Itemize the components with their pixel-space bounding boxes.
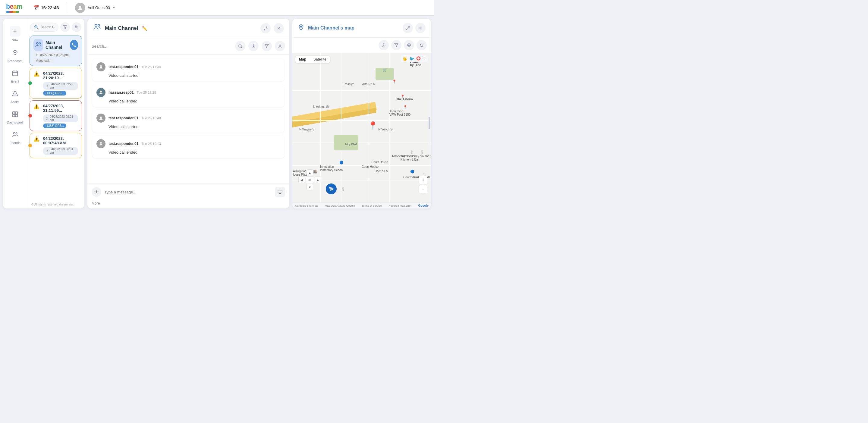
- clock-display: 16:22:46: [41, 5, 59, 10]
- map-satellite-switcher[interactable]: Map Satellite: [296, 56, 330, 63]
- chat-search-input[interactable]: [92, 44, 232, 48]
- sidebar-item-assist[interactable]: Assist: [4, 87, 26, 107]
- edit-icon[interactable]: ✏️: [142, 26, 147, 31]
- add-attachment-button[interactable]: +: [92, 187, 101, 197]
- friends-icon: [12, 131, 19, 140]
- chevron-down-icon: ▼: [113, 6, 116, 9]
- send-button[interactable]: [275, 187, 285, 197]
- sidebar-item-dashboard[interactable]: Dashboard: [4, 108, 26, 127]
- chat-user-button[interactable]: [275, 41, 285, 51]
- svg-point-4: [15, 95, 15, 95]
- terms-of-service: Terms of Service: [362, 204, 382, 207]
- sidebar-label-event: Event: [10, 79, 19, 83]
- map-nav-down[interactable]: ▼: [307, 184, 313, 190]
- channel-date-1: 04/27/2023, 21:20:19...: [43, 71, 78, 80]
- svg-point-26: [100, 117, 101, 118]
- keyboard-shortcuts: Keyboard shortcuts: [295, 204, 318, 207]
- message-1: test.responder.01 Tue 25 17:34 Video cal…: [92, 59, 284, 82]
- map-nav-3d[interactable]: 3D: [306, 176, 314, 183]
- chat-search-button[interactable]: [235, 41, 245, 51]
- svg-point-16: [95, 24, 97, 27]
- avatar-4: [96, 139, 105, 148]
- channel-date-3: 04/22/2023, 00:07:48 AM: [43, 136, 78, 145]
- status-dot-red: [28, 114, 32, 118]
- search-icon: 🔍: [34, 25, 39, 30]
- map-nav-right[interactable]: ▶: [315, 176, 321, 183]
- svg-point-15: [39, 43, 41, 44]
- map-title: Main Channel's map: [308, 25, 354, 31]
- map-view-button[interactable]: Map: [296, 56, 310, 63]
- sidebar-item-friends[interactable]: Friends: [4, 128, 26, 148]
- map-nav-left[interactable]: ◀: [299, 176, 305, 183]
- avatar-2: [96, 88, 105, 97]
- svg-point-24: [100, 65, 101, 67]
- map-location-pin[interactable]: 📍: [368, 121, 378, 130]
- manage-users-button[interactable]: [72, 22, 82, 32]
- report-error: Report a map error: [389, 204, 411, 207]
- sidebar-label-dashboard: Dashboard: [7, 121, 23, 124]
- fullscreen-icon[interactable]: ⛶: [423, 56, 426, 61]
- channel-card-3[interactable]: ⚠️ 04/22/2023, 00:07:48 AM ⏱ 04/25/2023 …: [30, 133, 82, 158]
- search-pages-users[interactable]: 🔍: [30, 23, 59, 32]
- msg-time-4: Tue 25 19:13: [141, 142, 161, 145]
- gps-badge-1: (1388) GPS...: [43, 91, 66, 96]
- map-area[interactable]: 📍 🛒 📍 N Adams St N Wayne St 20th Rd N Th…: [292, 53, 431, 202]
- channel-items: Main Channel ⏱ 04/27/2023 09:23 pm: [27, 34, 84, 200]
- channel-meta-2: ⏱ 04/27/2023 09:21 pm: [43, 115, 78, 122]
- scrollbar-thumb[interactable]: [429, 117, 430, 129]
- sidebar-label-assist: Assist: [10, 100, 19, 104]
- sidebar-item-broadcast[interactable]: Broadcast: [4, 46, 26, 66]
- more-label: More: [92, 201, 100, 205]
- message-2: hassan.resp01 Tue 25 18:28 Video call en…: [92, 84, 284, 107]
- broadcast-map-icon[interactable]: 📡: [326, 184, 337, 194]
- bird-icon: 🐦: [409, 56, 414, 61]
- status-dot-green: [28, 82, 32, 85]
- msg-time-3: Tue 25 18:48: [141, 116, 161, 120]
- chat-settings-button[interactable]: [248, 41, 258, 51]
- message-input[interactable]: [104, 190, 272, 194]
- chat-search-bar: [87, 38, 289, 55]
- logo: beam: [6, 3, 22, 13]
- chat-filter-button[interactable]: [261, 41, 272, 51]
- svg-point-10: [16, 133, 17, 134]
- sidebar-item-event[interactable]: Event: [4, 67, 26, 86]
- map-nav-up[interactable]: ▲: [307, 169, 313, 176]
- svg-point-33: [408, 44, 410, 46]
- filter-button[interactable]: [60, 22, 70, 32]
- new-button[interactable]: + New: [4, 23, 26, 44]
- msg-time-2: Tue 25 18:28: [136, 91, 156, 94]
- channel-card-main[interactable]: Main Channel ⏱ 04/27/2023 09:23 pm: [30, 36, 82, 66]
- map-location-button[interactable]: [404, 40, 414, 50]
- channel-meta-1: ⏱ 04/27/2023 09:22 pm: [43, 82, 78, 90]
- map-expand-button[interactable]: [403, 23, 413, 33]
- channel-icon: [33, 39, 43, 51]
- calendar-icon: 📅: [33, 5, 39, 10]
- search-input[interactable]: [41, 25, 55, 29]
- channel-meta-3: ⏱ 04/25/2023 06:31 pm: [43, 147, 78, 155]
- warning-icon-2: ⚠️: [33, 104, 39, 109]
- svg-rect-7: [12, 115, 14, 117]
- clock-area: 📅 16:22:46: [33, 5, 59, 10]
- svg-rect-6: [15, 112, 17, 114]
- close-chat-button[interactable]: [274, 23, 284, 33]
- user-area[interactable]: Adil Guest03 ▼: [75, 3, 116, 13]
- msg-user-3: test.responder.01: [108, 116, 138, 120]
- map-refresh-button[interactable]: [416, 40, 427, 50]
- svg-point-29: [301, 26, 302, 27]
- zoom-out-button[interactable]: −: [419, 185, 427, 193]
- zoom-in-button[interactable]: +: [419, 176, 427, 184]
- assist-icon: [12, 90, 19, 99]
- expand-button[interactable]: [260, 23, 271, 33]
- map-close-button[interactable]: [415, 23, 426, 33]
- channel-card-2[interactable]: ⚠️ 04/27/2023, 21:11:59... ⏱ 04/27/2023 …: [30, 100, 82, 131]
- user-name: Adil Guest03: [88, 5, 110, 10]
- phone-button[interactable]: [70, 40, 78, 50]
- satellite-view-button[interactable]: Satellite: [310, 56, 330, 63]
- channel-card-1[interactable]: ⚠️ 04/27/2023, 21:20:19... ⏱ 04/27/2023 …: [30, 68, 82, 99]
- map-settings-button[interactable]: [378, 40, 389, 50]
- map-filter-button[interactable]: [391, 40, 401, 50]
- gps-badge-2: (1388) GPS...: [43, 124, 66, 128]
- channel-date-2: 04/27/2023, 21:11:59...: [43, 104, 78, 113]
- svg-line-21: [241, 47, 242, 48]
- chat-input-area: +: [87, 184, 289, 200]
